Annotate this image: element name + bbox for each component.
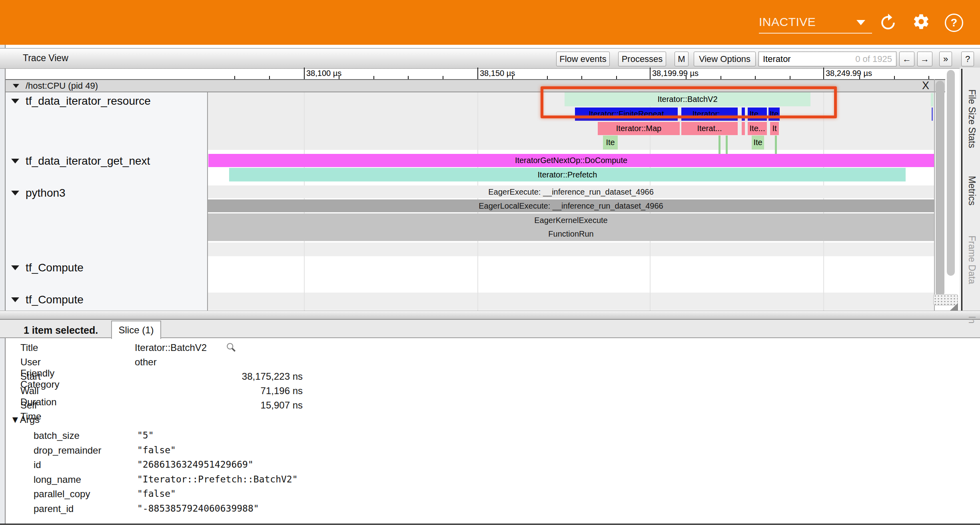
track-label-text: tf_Compute — [26, 261, 84, 274]
trace-slice-band[interactable]: FunctionRun — [208, 227, 934, 241]
selection-highlight-box — [541, 86, 837, 118]
trace-slice[interactable]: Ite — [752, 135, 764, 149]
content-right-border — [934, 79, 935, 311]
sidebar-tab-in[interactable]: In — [966, 316, 977, 323]
arg-name: id — [34, 459, 41, 470]
arg-value: "false" — [137, 445, 176, 455]
arg-value: "Iterator::Prefetch::BatchV2" — [137, 474, 298, 484]
panel-splitter[interactable] — [0, 311, 980, 320]
arg-name: drop_remainder — [34, 445, 101, 456]
detail-row-value: other — [135, 357, 157, 368]
detail-row-value: 15,907 ns — [135, 400, 303, 411]
collapse-caret-icon — [11, 191, 19, 195]
track-label-tf-compute[interactable]: tf_Compute — [11, 261, 84, 275]
trace-slice-band[interactable]: EagerLocalExecute: __inference_run_datas… — [208, 199, 934, 212]
selection-status-text: 1 item selected. — [24, 325, 98, 336]
trace-slice-band[interactable]: EagerExecute: __inference_run_dataset_49… — [208, 185, 934, 198]
track-label-tf-data-iterator-get-next[interactable]: tf_data_iterator_get_next — [11, 154, 150, 168]
collapse-caret-icon — [11, 297, 19, 302]
trace-slice[interactable]: Ite... — [748, 122, 767, 135]
trace-slice[interactable] — [932, 108, 933, 121]
magnifier-icon[interactable] — [226, 342, 236, 353]
arg-value: "false" — [137, 488, 176, 499]
detail-row-value: Iterator::BatchV2 — [135, 342, 207, 353]
arg-name: batch_size — [34, 430, 80, 441]
collapse-caret-icon — [11, 265, 19, 270]
arg-name: parent_id — [34, 503, 74, 514]
track-label-text: python3 — [26, 187, 66, 199]
row-stripe — [208, 243, 934, 256]
detail-row-label: Start — [20, 371, 41, 382]
collapse-caret-icon — [11, 99, 19, 104]
trace-slice-band[interactable]: EagerKernelExecute — [208, 213, 934, 227]
trace-slice[interactable] — [742, 122, 745, 135]
bottom-border — [0, 524, 980, 525]
track-label-text: tf_data_iterator_get_next — [26, 155, 150, 167]
trace-slice[interactable] — [719, 135, 721, 154]
detail-row-label: Title — [20, 342, 38, 353]
track-label-text: tf_Compute — [26, 293, 84, 306]
track-label-text: tf_data_iterator_resource — [26, 95, 151, 108]
row-stripe — [208, 293, 934, 310]
collapse-caret-icon — [11, 159, 19, 163]
arg-name: parallel_copy — [34, 488, 90, 500]
track-label-tf-compute[interactable]: tf_Compute — [11, 293, 84, 307]
trace-slice[interactable]: Iterator::Prefetch — [229, 168, 906, 181]
trace-slice[interactable]: Ite — [603, 135, 618, 149]
trace-viewer-app: INACTIVE ? Trace View Flow events Proces… — [0, 0, 980, 528]
trace-slice[interactable] — [931, 93, 933, 106]
vertical-scrollbar-thumb[interactable] — [936, 81, 944, 297]
sidebar-tab-metrics[interactable]: Metrics — [966, 176, 977, 205]
detail-row-value: 38,175,223 ns — [135, 371, 303, 382]
track-label-tf-data-iterator-resource[interactable]: tf_data_iterator_resource — [11, 94, 151, 108]
tab-strip-border — [961, 69, 962, 317]
arg-value: "2686136324951429669" — [137, 459, 253, 470]
sidebar-tab-frame-data[interactable]: Frame Data — [966, 235, 977, 284]
track-label-python3[interactable]: python3 — [11, 186, 66, 200]
trace-slice[interactable]: Iterat... — [681, 122, 738, 135]
trace-slice[interactable] — [726, 135, 728, 154]
arg-value: "-8853857924060639988" — [137, 503, 259, 514]
outer-scrollbar-thumb[interactable] — [947, 70, 955, 276]
arg-name: long_name — [34, 474, 81, 485]
trace-slice[interactable]: Iterator::Map — [598, 122, 680, 135]
trace-slice[interactable] — [775, 135, 777, 154]
args-section-header[interactable]: ▼Args — [10, 414, 40, 425]
detail-row-value: 71,196 ns — [135, 385, 303, 396]
arg-value: "5" — [137, 430, 154, 440]
trace-slice[interactable]: It — [770, 122, 779, 135]
trace-slice[interactable]: IteratorGetNextOp::DoCompute — [208, 154, 934, 167]
tab-slice[interactable]: Slice (1) — [111, 321, 161, 339]
sidebar-tab-file-size-stats[interactable]: File Size Stats — [966, 90, 977, 148]
